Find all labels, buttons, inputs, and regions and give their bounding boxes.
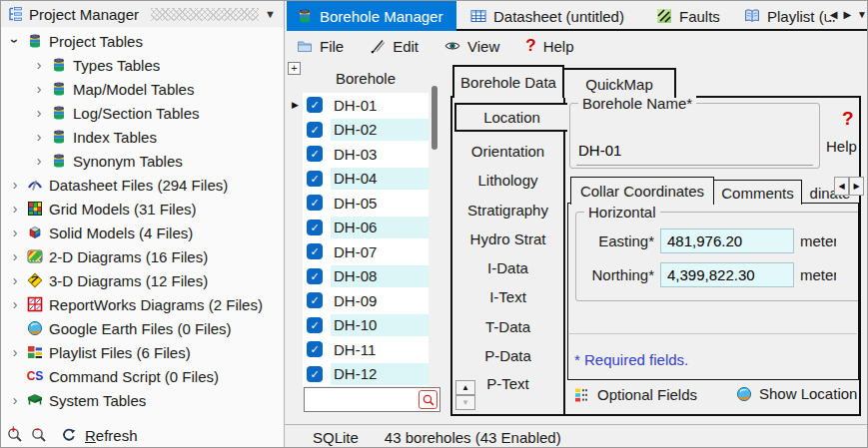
tree-item-log-section-tables[interactable]: › Log/Section Tables [1,101,284,125]
checkbox-checked-icon[interactable]: ✓ [307,366,323,382]
menu-help[interactable]: ? Help [525,36,573,56]
scrollbar-thumb[interactable] [432,86,437,150]
side-tab-i-data[interactable]: I-Data [452,253,563,282]
side-tab-t-data[interactable]: T-Data [452,312,563,341]
checkbox-checked-icon[interactable]: ✓ [307,220,323,235]
menu-edit[interactable]: Edit [370,38,419,55]
tab-quickmap[interactable]: QuickMap [564,68,676,98]
tab-scroll-right-icon[interactable]: ▶ [849,177,864,196]
chevron-right-icon[interactable]: › [29,129,49,145]
tree-item-datasheet-files[interactable]: › Datasheet Files (294 Files) [1,173,284,197]
chevron-right-icon[interactable]: › [29,81,49,97]
borehole-search-input[interactable] [305,391,419,408]
tree-item-reportworks-diagrams[interactable]: › ReportWorks Diagrams (2 Files) [1,292,284,316]
borehole-row[interactable]: ✓ DH-03 [303,142,429,167]
checkbox-checked-icon[interactable]: ✓ [307,268,323,284]
chevron-right-icon[interactable]: › [29,57,49,73]
tab-scroll-right-icon[interactable]: ▶ [843,9,851,20]
checkbox-checked-icon[interactable]: ✓ [307,317,323,333]
chevron-right-icon[interactable]: › [5,201,25,217]
tree-item-synonym-tables[interactable]: › Synonym Tables [1,149,284,173]
tab-playlist[interactable]: Playlist (un [734,1,836,31]
refresh-button[interactable]: Refresh [85,427,138,444]
borehole-row[interactable]: ✓ DH-09 [303,288,429,313]
zoom-in-icon[interactable]: + [7,427,23,443]
tree-item-types-tables[interactable]: › Types Tables [1,53,284,77]
checkbox-checked-icon[interactable]: ✓ [307,292,323,308]
side-tab-hydro-strat[interactable]: Hydro Strat [452,224,563,253]
easting-input[interactable] [660,228,794,253]
chevron-right-icon[interactable]: › [5,296,25,312]
chevron-right-icon[interactable]: › [29,153,49,169]
tab-scroll-left-icon[interactable]: ◀ [830,9,838,20]
checkbox-checked-icon[interactable]: ✓ [307,171,323,187]
help-icon[interactable]: ? [842,108,854,130]
tab-datasheet[interactable]: Datasheet (untitled) [460,1,634,31]
panel-drag-hatch[interactable] [151,8,259,21]
panel-menu-caret-icon[interactable]: ▼ [265,9,276,20]
scroll-down-button[interactable]: ▼ [455,395,475,410]
borehole-row[interactable]: ✓ DH-02 [303,118,429,143]
tree-item-playlist-files[interactable]: › Playlist Files (6 Files) [1,340,284,364]
chevron-right-icon[interactable]: › [5,248,25,264]
chevron-right-icon[interactable]: › [29,105,49,121]
borehole-row[interactable]: ✓ DH-04 [303,167,429,192]
borehole-row[interactable]: ✓ DH-10 [303,313,429,338]
menu-view[interactable]: View [444,38,499,55]
side-tab-i-text[interactable]: I-Text [452,282,563,311]
help-button[interactable]: Help [826,138,857,155]
tab-list-caret-icon[interactable]: ▼ [857,9,867,20]
northing-input[interactable] [660,262,794,287]
tab-borehole-manager[interactable]: Borehole Manager [287,1,456,31]
expand-all-button[interactable]: + [288,62,301,75]
borehole-row[interactable]: ✓ DH-08 [303,264,429,289]
zoom-out-icon[interactable]: − [31,427,47,443]
checkbox-checked-icon[interactable]: ✓ [307,97,323,113]
side-tab-p-data[interactable]: P-Data [452,341,563,370]
show-location-button[interactable]: Show Location [736,385,857,402]
chevron-expanded-icon[interactable]: › [7,31,23,51]
tab-comments[interactable]: Comments [714,180,802,205]
side-tab-stratigraphy[interactable]: Stratigraphy [452,196,563,224]
borehole-row[interactable]: ✓ DH-07 [303,239,429,264]
borehole-list-scrollbar[interactable] [432,86,437,375]
tree-item-3d-diagrams[interactable]: › 3-D Diagrams (12 Files) [1,268,284,292]
checkbox-checked-icon[interactable]: ✓ [307,122,323,138]
tree-item-command-script[interactable]: CS Command Script (0 Files) [1,364,284,388]
chevron-right-icon[interactable]: › [5,272,25,288]
tree-item-google-earth-files[interactable]: Google Earth Files (0 Files) [1,316,284,340]
checkbox-checked-icon[interactable]: ✓ [307,243,323,259]
search-button[interactable] [419,390,437,409]
chevron-right-icon[interactable]: › [5,224,25,240]
tree-item-2d-diagrams[interactable]: › 2-D Diagrams (16 Files) [1,244,284,268]
side-tab-location[interactable]: Location [454,103,567,132]
project-manager-header[interactable]: Project Manager ▼ [1,1,284,27]
menu-file[interactable]: File [297,38,344,55]
borehole-row[interactable]: ✓ DH-05 [303,191,429,216]
side-tab-orientation[interactable]: Orientation [452,137,563,166]
borehole-row[interactable]: ✓ DH-06 [303,216,429,240]
side-tab-lithology[interactable]: Lithology [452,166,563,195]
borehole-row[interactable]: ✓ DH-11 [303,337,429,362]
chevron-right-icon[interactable]: › [5,344,25,360]
scroll-up-button[interactable]: ▲ [455,380,475,395]
checkbox-checked-icon[interactable]: ✓ [307,195,323,211]
tab-faults[interactable]: Faults [646,1,730,31]
checkbox-checked-icon[interactable]: ✓ [307,146,323,162]
refresh-icon[interactable] [61,427,77,443]
borehole-column-header[interactable]: Borehole [303,65,429,91]
chevron-right-icon[interactable]: › [5,177,25,193]
checkbox-checked-icon[interactable]: ✓ [307,341,323,357]
tree-item-map-model-tables[interactable]: › Map/Model Tables [1,77,284,101]
borehole-row[interactable]: ✓ DH-12 [303,362,429,387]
tab-borehole-data[interactable]: Borehole Data [452,65,564,98]
optional-fields-button[interactable]: Optional Fields [574,386,697,403]
borehole-row[interactable]: ▶ ✓ DH-01 [303,93,429,118]
tree-item-solid-models[interactable]: › Solid Models (4 Files) [1,221,284,244]
tab-collar-coordinates[interactable]: Collar Coordinates [570,177,714,205]
tree-item-grid-models[interactable]: › Grid Models (31 Files) [1,197,284,221]
borehole-name-input[interactable] [576,136,813,166]
tree-item-index-tables[interactable]: › Index Tables [1,125,284,149]
tree-item-project-tables[interactable]: › Project Tables [1,29,284,53]
tab-scroll-left-icon[interactable]: ◀ [834,177,849,196]
